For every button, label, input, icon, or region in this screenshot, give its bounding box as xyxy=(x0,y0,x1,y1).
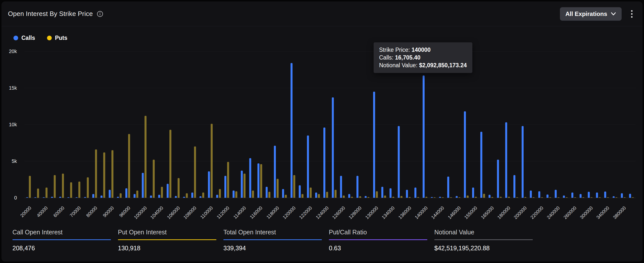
puts-bar[interactable] xyxy=(87,177,89,198)
calls-bar[interactable] xyxy=(340,176,342,198)
calls-bar[interactable] xyxy=(522,126,524,198)
bars[interactable] xyxy=(24,51,636,198)
bar-group[interactable] xyxy=(99,51,107,198)
puts-bar[interactable] xyxy=(112,150,114,198)
bar-group[interactable] xyxy=(239,51,247,198)
calls-bar[interactable] xyxy=(621,193,623,198)
puts-bar[interactable] xyxy=(78,182,80,198)
calls-bar[interactable] xyxy=(447,177,449,198)
puts-bar[interactable] xyxy=(302,194,304,198)
puts-bar[interactable] xyxy=(219,189,221,198)
bar-group[interactable] xyxy=(611,51,619,198)
calls-bar[interactable] xyxy=(365,196,367,198)
calls-bar[interactable] xyxy=(34,197,36,198)
bar-group[interactable] xyxy=(82,51,90,198)
bar-group[interactable] xyxy=(247,51,256,198)
bar-group[interactable] xyxy=(58,51,66,198)
calls-bar[interactable] xyxy=(456,196,458,198)
calls-bar[interactable] xyxy=(604,191,606,198)
puts-bar[interactable] xyxy=(508,197,510,198)
calls-bar[interactable] xyxy=(538,191,540,198)
calls-bar[interactable] xyxy=(150,195,152,198)
calls-bar[interactable] xyxy=(68,197,70,198)
puts-bar[interactable] xyxy=(202,192,204,198)
calls-bar[interactable] xyxy=(200,196,202,198)
puts-bar[interactable] xyxy=(599,197,601,198)
calls-bar[interactable] xyxy=(530,190,532,198)
bar-group[interactable] xyxy=(41,51,49,198)
calls-bar[interactable] xyxy=(117,197,119,198)
puts-bar[interactable] xyxy=(276,179,278,198)
legend-puts[interactable]: Puts xyxy=(47,35,68,41)
bar-group[interactable] xyxy=(627,51,636,198)
calls-bar[interactable] xyxy=(546,194,548,198)
puts-bar[interactable] xyxy=(54,175,56,198)
puts-bar[interactable] xyxy=(194,146,196,198)
puts-bar[interactable] xyxy=(343,195,345,198)
puts-bar[interactable] xyxy=(616,197,618,198)
puts-bar[interactable] xyxy=(434,197,436,198)
bar-group[interactable] xyxy=(49,51,58,198)
bar-group[interactable] xyxy=(181,51,190,198)
calls-bar[interactable] xyxy=(332,97,334,198)
puts-bar[interactable] xyxy=(524,197,526,198)
calls-bar[interactable] xyxy=(439,197,441,198)
calls-bar[interactable] xyxy=(43,197,45,198)
bar-group[interactable] xyxy=(156,51,165,198)
puts-bar[interactable] xyxy=(368,197,370,198)
bar-group[interactable] xyxy=(570,51,578,198)
bar-group[interactable] xyxy=(198,51,206,198)
puts-bar[interactable] xyxy=(549,197,551,198)
puts-bar[interactable] xyxy=(483,194,485,198)
calls-bar[interactable] xyxy=(158,195,160,198)
calls-bar[interactable] xyxy=(109,190,111,198)
puts-bar[interactable] xyxy=(37,188,39,198)
calls-bar[interactable] xyxy=(497,160,499,198)
puts-bar[interactable] xyxy=(632,197,634,198)
calls-bar[interactable] xyxy=(59,197,61,198)
puts-bar[interactable] xyxy=(334,190,336,198)
bar-group[interactable] xyxy=(66,51,74,198)
bar-group[interactable] xyxy=(504,51,512,198)
calls-bar[interactable] xyxy=(274,146,276,198)
bar-group[interactable] xyxy=(173,51,181,198)
puts-bar[interactable] xyxy=(227,162,229,198)
calls-bar[interactable] xyxy=(26,197,28,198)
puts-bar[interactable] xyxy=(318,194,320,198)
puts-bar[interactable] xyxy=(376,191,378,198)
bar-group[interactable] xyxy=(470,51,478,198)
bar-group[interactable] xyxy=(413,51,421,198)
puts-bar[interactable] xyxy=(136,190,138,198)
calls-bar[interactable] xyxy=(406,190,408,198)
puts-bar[interactable] xyxy=(244,174,246,198)
bar-group[interactable] xyxy=(512,51,520,198)
puts-bar[interactable] xyxy=(186,193,188,198)
calls-bar[interactable] xyxy=(258,163,260,198)
puts-bar[interactable] xyxy=(442,197,444,198)
expirations-dropdown[interactable]: All Expirations xyxy=(560,7,622,21)
calls-bar[interactable] xyxy=(381,187,383,198)
bar-group[interactable] xyxy=(619,51,627,198)
puts-bar[interactable] xyxy=(467,195,469,198)
calls-bar[interactable] xyxy=(422,76,424,198)
bar-group[interactable] xyxy=(594,51,602,198)
puts-bar[interactable] xyxy=(293,175,295,198)
bar-group[interactable] xyxy=(264,51,272,198)
puts-bar[interactable] xyxy=(532,197,534,198)
calls-bar[interactable] xyxy=(183,197,185,198)
calls-bar[interactable] xyxy=(216,195,218,198)
calls-bar[interactable] xyxy=(208,171,210,198)
puts-bar[interactable] xyxy=(491,197,493,198)
puts-bar[interactable] xyxy=(70,182,72,198)
puts-bar[interactable] xyxy=(566,197,568,198)
calls-bar[interactable] xyxy=(315,192,317,198)
bar-group[interactable] xyxy=(280,51,288,198)
calls-bar[interactable] xyxy=(125,188,127,198)
calls-bar[interactable] xyxy=(299,185,301,198)
bar-group[interactable] xyxy=(421,51,429,198)
bar-group[interactable] xyxy=(165,51,173,198)
bar-group[interactable] xyxy=(223,51,231,198)
bar-group[interactable] xyxy=(462,51,470,198)
bar-group[interactable] xyxy=(478,51,487,198)
puts-bar[interactable] xyxy=(120,193,122,198)
